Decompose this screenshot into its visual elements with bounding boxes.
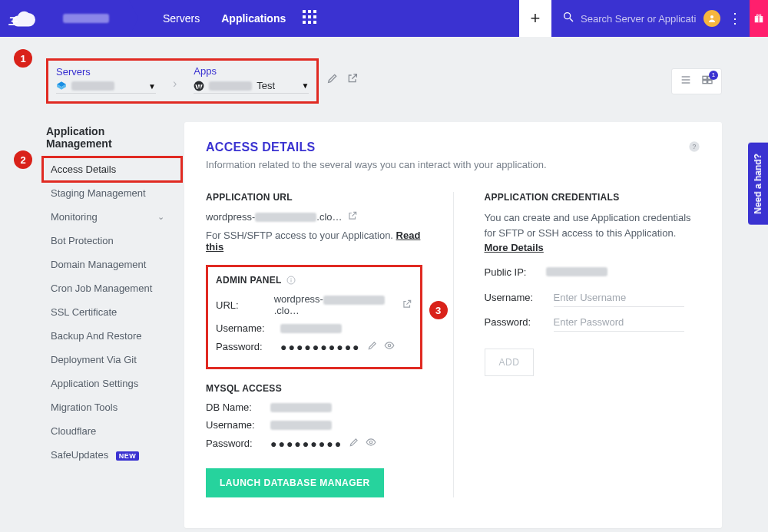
svg-rect-4 xyxy=(308,10,311,13)
sidebar-item-bot-protection[interactable]: Bot Protection xyxy=(46,229,169,253)
svg-rect-6 xyxy=(303,15,306,18)
svg-rect-24 xyxy=(703,76,707,79)
svg-rect-0 xyxy=(10,17,17,18)
admin-password-mask: ●●●●●●●●●● xyxy=(280,341,361,353)
eye-icon[interactable] xyxy=(384,340,395,353)
sidebar-item-label: Monitoring xyxy=(51,211,98,223)
db-username-label: Username: xyxy=(206,419,270,431)
sidebar-item-cloudflare[interactable]: Cloudflare xyxy=(46,419,169,443)
admin-password-label: Password: xyxy=(216,341,280,352)
public-ip-redacted xyxy=(546,267,607,276)
svg-point-12 xyxy=(564,13,571,19)
svg-line-13 xyxy=(570,18,573,21)
edit-icon[interactable] xyxy=(326,72,339,88)
open-external-icon[interactable] xyxy=(402,299,412,312)
app-url-value: wordpress-.clo… xyxy=(206,210,422,223)
svg-rect-8 xyxy=(313,15,316,18)
sidebar-item-app-settings[interactable]: Application Settings xyxy=(46,372,169,395)
left-column: APPLICATION URL wordpress-.clo… For SSH/… xyxy=(206,192,422,497)
eye-icon[interactable] xyxy=(366,437,376,450)
svg-rect-17 xyxy=(758,16,759,22)
tenant-name-redacted xyxy=(63,14,109,23)
tenant-breadcrumb[interactable] xyxy=(49,0,129,37)
sidebar-item-ssl[interactable]: SSL Certificate xyxy=(46,300,169,324)
right-column: APPLICATION CREDENTIALS You can create a… xyxy=(485,192,701,497)
edit-icon[interactable] xyxy=(367,340,378,353)
sidebar-item-backup[interactable]: Backup And Restore xyxy=(46,324,169,348)
mysql-heading: MYSQL ACCESS xyxy=(206,383,422,394)
card-view-icon[interactable]: 1 xyxy=(701,74,713,89)
svg-rect-10 xyxy=(308,21,311,24)
cred-username-input[interactable] xyxy=(554,289,684,307)
more-details-link[interactable]: More Details xyxy=(485,242,544,253)
global-search[interactable] xyxy=(562,11,696,26)
admin-username-redacted xyxy=(280,324,342,333)
user-avatar[interactable] xyxy=(703,10,720,27)
nav-servers[interactable]: Servers xyxy=(161,9,201,28)
annotation-3: 3 xyxy=(429,301,448,319)
cred-password-input[interactable] xyxy=(554,313,684,332)
breadcrumb-chevron-icon: › xyxy=(168,77,181,94)
server-provider-icon xyxy=(56,81,67,91)
apps-grid-icon[interactable] xyxy=(303,10,316,27)
svg-point-32 xyxy=(290,278,291,279)
credentials-description: You can create and use Application crede… xyxy=(485,210,701,256)
servers-dropdown[interactable]: ▼ xyxy=(56,81,156,94)
search-input[interactable] xyxy=(581,13,696,25)
apps-dropdown-label: Apps xyxy=(194,65,309,77)
more-menu-icon[interactable]: ⋮ xyxy=(728,10,742,27)
db-password-mask: ●●●●●●●●● xyxy=(270,438,343,450)
info-icon[interactable] xyxy=(286,276,296,285)
open-external-icon[interactable] xyxy=(346,72,359,88)
launch-db-manager-button[interactable]: LAUNCH DATABASE MANAGER xyxy=(206,468,384,497)
sidebar-item-migration[interactable]: Migration Tools xyxy=(46,395,169,419)
svg-rect-26 xyxy=(703,80,707,83)
admin-panel-heading: ADMIN PANEL xyxy=(216,275,412,286)
panel-subtitle: Information related to the several ways … xyxy=(206,159,547,170)
chevron-down-icon: ⌄ xyxy=(157,212,164,222)
svg-rect-5 xyxy=(313,10,316,13)
db-name-label: DB Name: xyxy=(206,401,270,413)
sidebar-item-domain[interactable]: Domain Management xyxy=(46,253,169,276)
top-navbar: Servers Applications + ⋮ xyxy=(0,0,768,37)
svg-point-19 xyxy=(760,15,761,16)
new-badge: NEW xyxy=(116,451,140,461)
sidebar-item-safeupdates[interactable]: SafeUpdates NEW xyxy=(46,443,169,467)
svg-rect-1 xyxy=(12,21,18,22)
list-view-icon[interactable] xyxy=(680,74,692,89)
add-button[interactable]: + xyxy=(519,0,551,37)
svg-rect-3 xyxy=(303,10,306,13)
brand-logo[interactable] xyxy=(0,0,49,37)
chevron-down-icon: ▼ xyxy=(301,81,309,90)
edit-icon[interactable] xyxy=(349,437,359,450)
svg-rect-2 xyxy=(8,24,15,25)
panel-title: ACCESS DETAILS xyxy=(206,140,547,154)
sidebar-item-monitoring[interactable]: Monitoring ⌄ xyxy=(46,205,169,229)
annotation-1: 1 xyxy=(14,49,32,68)
admin-panel-section: 3 ADMIN PANEL URL: wordpress-.clo… Usern… xyxy=(206,265,422,369)
nav-applications[interactable]: Applications xyxy=(220,9,287,28)
svg-rect-27 xyxy=(708,80,712,83)
gift-icon[interactable] xyxy=(750,0,768,37)
svg-text:?: ? xyxy=(693,143,697,150)
svg-point-18 xyxy=(756,15,758,16)
db-password-label: Password: xyxy=(206,438,270,449)
chevron-down-icon: ▼ xyxy=(148,82,156,91)
svg-rect-11 xyxy=(313,21,316,24)
app-name-redacted xyxy=(209,81,252,91)
feedback-tab[interactable]: Need a hand? xyxy=(748,143,768,225)
sidebar-item-access-details[interactable]: Access Details xyxy=(46,157,169,181)
add-credentials-button[interactable]: ADD xyxy=(485,349,535,376)
apps-dropdown[interactable]: Test ▼ xyxy=(194,80,309,94)
sidebar-item-git[interactable]: Deployment Via Git xyxy=(46,348,169,372)
open-external-icon[interactable] xyxy=(347,210,358,223)
sidebar-item-staging[interactable]: Staging Management xyxy=(46,181,169,205)
app-name-suffix: Test xyxy=(257,80,275,91)
sidebar: Application Management Access Details St… xyxy=(46,122,169,528)
db-username-redacted xyxy=(270,421,332,430)
wordpress-icon xyxy=(194,81,204,91)
admin-url-label: URL: xyxy=(216,299,274,311)
sidebar-item-cron[interactable]: Cron Job Management xyxy=(46,276,169,300)
help-icon[interactable]: ? xyxy=(688,140,700,156)
admin-url-value: wordpress-.clo… xyxy=(274,293,397,316)
